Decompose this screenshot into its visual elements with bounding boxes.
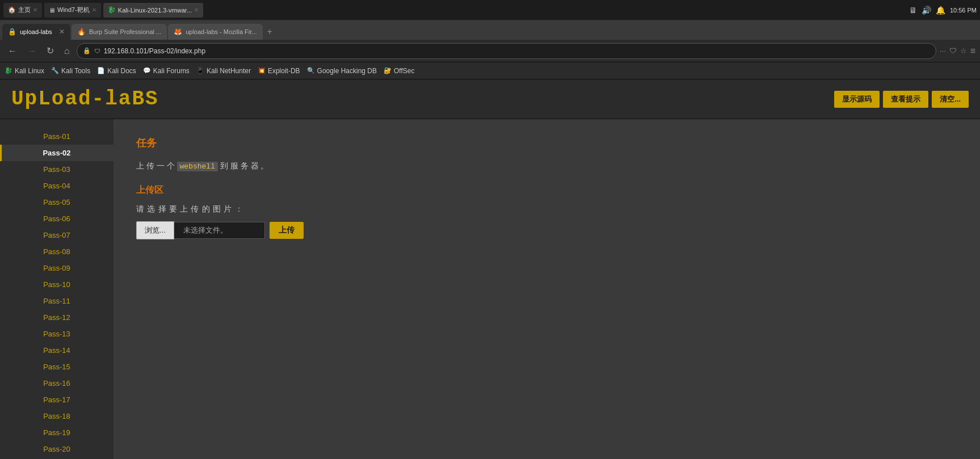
computer-icon: 🖥 <box>49 7 55 14</box>
sidebar-item-pass20[interactable]: Pass-20 <box>0 441 113 457</box>
system-tray: 🖥 🔊 🔔 <box>909 6 945 15</box>
clear-button[interactable]: 清空... <box>932 91 969 108</box>
main-layout: Pass-01 Pass-02 Pass-03 Pass-04 Pass-05 … <box>0 119 980 459</box>
sidebar-item-pass01[interactable]: Pass-01 <box>0 128 113 145</box>
bookmark-kali-docs[interactable]: 📄 Kali Docs <box>97 67 136 75</box>
browser-tab-firefox[interactable]: 🦊 upload-labs - Mozilla Fir... <box>168 24 262 40</box>
sidebar-item-pass02[interactable]: Pass-02 <box>0 145 113 161</box>
sidebar-item-pass13[interactable]: Pass-13 <box>0 326 113 342</box>
sidebar-item-pass10[interactable]: Pass-10 <box>0 276 113 293</box>
browser-tab-burp[interactable]: 🔥 Burp Suite Professional ... <box>71 24 167 40</box>
url-text: 192.168.0.101/Pass-02/index.php <box>104 47 930 55</box>
browser-tabs: 🔒 upload-labs ✕ 🔥 Burp Suite Professiona… <box>0 20 980 40</box>
bookmark-label: Exploit-DB <box>268 67 300 75</box>
exploit-db-icon: 💥 <box>258 67 266 74</box>
sidebar-item-pass17[interactable]: Pass-17 <box>0 391 113 408</box>
tab-label: upload-labs <box>20 28 52 35</box>
bookmark-offsec[interactable]: 🔐 OffSec <box>384 67 414 75</box>
bookmark-label: Kali Forums <box>153 67 190 75</box>
file-browse-button[interactable]: 浏览... <box>136 221 174 239</box>
sidebar-item-pass12[interactable]: Pass-12 <box>0 309 113 326</box>
sidebar-item-pass16[interactable]: Pass-16 <box>0 375 113 391</box>
new-tab-button[interactable]: + <box>264 24 276 40</box>
bookmark-kali-nethunter[interactable]: 📱 Kali NetHunter <box>196 67 251 75</box>
taskbar-item-label: 主页 <box>18 6 31 14</box>
sidebar-item-pass14[interactable]: Pass-14 <box>0 342 113 359</box>
star-icon[interactable]: ☆ <box>960 47 967 55</box>
bookmark-label: OffSec <box>394 67 414 75</box>
bookmark-label: Google Hacking DB <box>317 67 377 75</box>
back-button[interactable]: ← <box>5 44 20 58</box>
task-description: 上 传 一 个 webshell 到 服 务 器 。 <box>136 159 957 173</box>
lock-icon: 🛡 <box>94 48 100 54</box>
sidebar-item-pass05[interactable]: Pass-05 <box>0 194 113 210</box>
offsec-icon: 🔐 <box>384 67 392 74</box>
sidebar-item-pass03[interactable]: Pass-03 <box>0 161 113 178</box>
bookmark-google-hacking[interactable]: 🔍 Google Hacking DB <box>307 67 377 75</box>
home-button[interactable]: ⌂ <box>61 44 73 58</box>
sidebar-item-pass18[interactable]: Pass-18 <box>0 408 113 424</box>
more-options-icon[interactable]: ··· <box>940 47 946 55</box>
browser-tab-upload-labs[interactable]: 🔒 upload-labs ✕ <box>2 24 70 40</box>
site-header-buttons: 显示源码 查看提示 清空... <box>834 91 969 108</box>
task-desc-suffix: 到 服 务 器 。 <box>220 161 269 170</box>
bookmark-kali-forums[interactable]: 💬 Kali Forums <box>143 67 190 75</box>
kali-forums-icon: 💬 <box>143 67 151 74</box>
security-icon: 🔒 <box>83 47 91 54</box>
os-taskbar: 🏠 主页 ✕ 🖥 Wind7-靶机 ✕ 🐉 Kali-Linux-2021.3-… <box>0 0 980 20</box>
task-title: 任务 <box>136 136 957 150</box>
show-source-button[interactable]: 显示源码 <box>834 91 880 108</box>
address-bar-actions: ··· 🛡 ☆ <box>940 47 967 55</box>
sidebar-item-pass07[interactable]: Pass-07 <box>0 227 113 243</box>
sidebar-item-pass04[interactable]: Pass-04 <box>0 178 113 194</box>
upload-zone-title: 上传区 <box>136 184 957 196</box>
taskbar-item-wind7[interactable]: 🖥 Wind7-靶机 ✕ <box>44 3 101 18</box>
sidebar-item-pass08[interactable]: Pass-08 <box>0 243 113 260</box>
task-desc-prefix: 上 传 一 个 <box>136 161 175 170</box>
tab-label: upload-labs - Mozilla Fir... <box>186 28 256 35</box>
upload-submit-button[interactable]: 上传 <box>270 222 304 239</box>
kali-nethunter-icon: 📱 <box>196 67 204 74</box>
upload-file-label: 请 选 择 要 上 传 的 图 片 ： <box>136 204 957 214</box>
page-wrapper: UpLoad-laBS 显示源码 查看提示 清空... Pass-01 Pass… <box>0 79 980 459</box>
taskbar-item-kali[interactable]: 🐉 Kali-Linux-2021.3-vmwar... ✕ <box>103 3 203 18</box>
browser-chrome: 🔒 upload-labs ✕ 🔥 Burp Suite Professiona… <box>0 20 980 79</box>
bookmark-label: Kali Docs <box>107 67 136 75</box>
kali-icon: 🐉 <box>108 6 116 14</box>
upload-controls: 浏览... 未选择文件。 上传 <box>136 221 957 239</box>
bookmark-label: Kali Tools <box>61 67 90 75</box>
forward-button[interactable]: → <box>24 44 40 58</box>
taskbar-item-label: Kali-Linux-2021.3-vmwar... <box>118 7 192 14</box>
google-hacking-icon: 🔍 <box>307 67 315 74</box>
sidebar-item-pass09[interactable]: Pass-09 <box>0 260 113 276</box>
taskbar-item-home[interactable]: 🏠 主页 ✕ <box>3 3 42 18</box>
tab-favicon: 🔒 <box>8 28 16 36</box>
kali-docs-icon: 📄 <box>97 67 105 74</box>
bookmark-exploit-db[interactable]: 💥 Exploit-DB <box>258 67 300 75</box>
sidebar-item-pass19[interactable]: Pass-19 <box>0 424 113 441</box>
volume-icon: 🔊 <box>922 6 931 15</box>
bookmark-icon[interactable]: 🛡 <box>949 47 957 55</box>
task-code: webshell <box>177 162 218 171</box>
notification-icon: 🔔 <box>936 6 945 15</box>
tab-close-button[interactable]: ✕ <box>59 28 65 36</box>
bookmark-kali-tools[interactable]: 🔧 Kali Tools <box>51 67 90 75</box>
clock-display: 10:56 PM <box>950 7 977 14</box>
sidebar-toggle-icon[interactable]: ≡ <box>970 46 975 56</box>
reload-button[interactable]: ↻ <box>43 43 57 58</box>
monitor-icon: 🖥 <box>909 6 917 15</box>
address-bar[interactable]: 🔒 🛡 192.168.0.101/Pass-02/index.php <box>77 43 936 59</box>
os-clock: 🖥 🔊 🔔 10:56 PM <box>909 6 977 15</box>
tab-favicon: 🔥 <box>77 28 86 36</box>
kali-linux-icon: 🐉 <box>5 67 12 74</box>
sidebar-item-pass15[interactable]: Pass-15 <box>0 359 113 375</box>
sidebar-item-pass11[interactable]: Pass-11 <box>0 293 113 309</box>
file-name-display: 未选择文件。 <box>174 222 265 239</box>
home-icon: 🏠 <box>8 6 16 14</box>
kali-tools-icon: 🔧 <box>51 67 59 74</box>
bookmarks-bar: 🐉 Kali Linux 🔧 Kali Tools 📄 Kali Docs 💬 … <box>0 62 980 79</box>
bookmark-kali-linux[interactable]: 🐉 Kali Linux <box>5 67 44 75</box>
sidebar-item-pass06[interactable]: Pass-06 <box>0 210 113 227</box>
view-hints-button[interactable]: 查看提示 <box>883 91 928 108</box>
sidebar: Pass-01 Pass-02 Pass-03 Pass-04 Pass-05 … <box>0 119 113 459</box>
